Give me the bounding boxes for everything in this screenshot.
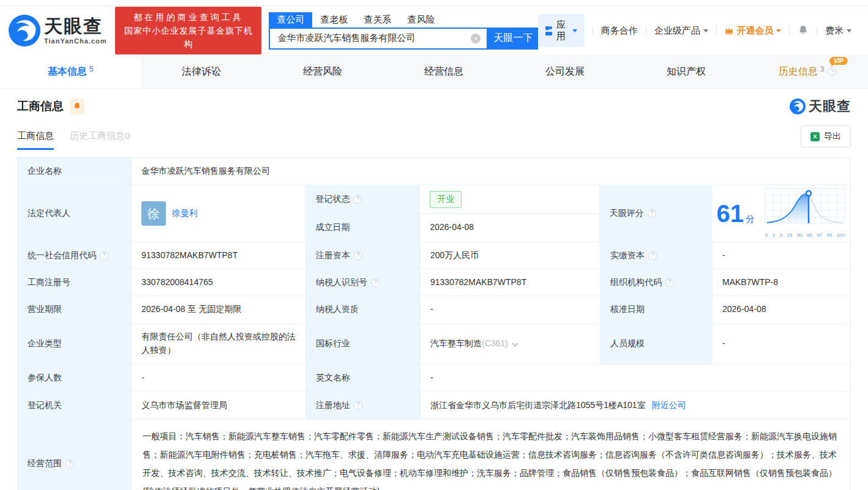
table-subrow: 登记状态 开业 [305, 185, 599, 214]
score-distribution-chart[interactable]: 0 1 3 15 50 85 97 99 100 [765, 188, 845, 239]
reg-address-label-text: 注册地址 [316, 399, 350, 412]
table-row: 企业类型 有限责任公司（非自然人投资或控股的法人独资） 国标行业 汽车整车制造 … [18, 324, 850, 365]
tab-basic-label: 基本信息 [48, 65, 87, 78]
search-tab-relation[interactable]: 查关系 [356, 12, 399, 28]
question-icon[interactable] [100, 251, 108, 260]
tab-legal[interactable]: 法律诉讼 [141, 55, 262, 88]
bell-icon [73, 102, 81, 111]
status-badge: 开业 [430, 191, 462, 208]
company-type-label: 企业类型 [18, 324, 132, 365]
search-input[interactable] [270, 33, 471, 43]
reg-capital-label: 注册资本 [306, 242, 421, 269]
username-label: 费米 [825, 25, 844, 37]
table-row: 参保人数 - 英文名称 - [18, 365, 850, 392]
tab-basic-info[interactable]: 基本信息 5 [0, 55, 141, 88]
org-code-label: 组织机构代码 [600, 269, 713, 296]
section-title: 工商信息 [17, 98, 64, 114]
chevron-down-icon [703, 29, 708, 32]
table-row: 统一社会信用代码 91330782MAKB7WTP8T 注册资本 200万人民币… [18, 242, 850, 269]
tab-ip[interactable]: 知识产权 [626, 55, 747, 88]
question-icon[interactable] [354, 401, 362, 410]
subtab-history-info[interactable]: 历史工商信息0 [70, 130, 130, 150]
tab-development-label: 公司发展 [545, 65, 585, 78]
industry-label: 国标行业 [306, 324, 421, 365]
insured-label: 参保人数 [18, 365, 132, 392]
question-icon[interactable] [353, 195, 362, 204]
question-icon[interactable] [665, 278, 674, 287]
staff-size-label: 人员规模 [600, 324, 713, 365]
tab-operation-label: 经营信息 [424, 65, 463, 78]
score-value-wrap: 61 分 [717, 201, 755, 226]
vip-badge: VIP [829, 57, 848, 65]
subtab-business-info[interactable]: 工商信息 [17, 130, 54, 150]
business-scope-label: 经营范围 [18, 420, 132, 490]
paid-capital-label-text: 实缴资本 [610, 249, 645, 262]
axis-tick: 97 [817, 232, 822, 239]
search-tab-risk[interactable]: 查风险 [399, 12, 443, 28]
section-header: 工商信息 天眼查 [17, 97, 851, 116]
notification-bell[interactable] [798, 25, 809, 36]
table-row: 登记机关 义乌市市场监督管理局 注册地址 浙江省金华市义乌市后宅街道宗泽北路10… [18, 392, 850, 420]
score-cell: 61 分 [712, 185, 851, 242]
question-icon[interactable] [65, 459, 74, 468]
tianyancha-logo[interactable]: 天眼查 TianYanCha.com [9, 15, 107, 46]
vip-label: 开通会员 [736, 25, 773, 37]
nearby-companies-link[interactable]: 附近公司 [652, 399, 686, 412]
tab-operation[interactable]: 经营信息 [383, 55, 504, 88]
question-icon[interactable] [354, 251, 362, 260]
question-icon[interactable] [828, 67, 836, 76]
chevron-down-icon[interactable] [512, 340, 518, 346]
taxpayer-id-value: 91330782MAKB7WTP8T [421, 269, 600, 296]
reg-status-label-text: 登记状态 [315, 193, 350, 206]
tab-history-count: 3 [820, 65, 825, 73]
divider [646, 26, 646, 35]
question-icon[interactable] [371, 278, 380, 287]
table-row: 企业名称 金华市凌跃汽车销售服务有限公司 [18, 158, 850, 185]
score-unit: 分 [746, 212, 755, 226]
tab-risk[interactable]: 经营风险 [262, 55, 383, 88]
legal-rep-link[interactable]: 徐曼利 [172, 207, 198, 220]
top-divider [0, 0, 868, 6]
business-info-table: 企业名称 金华市凌跃汽车销售服务有限公司 法定代表人 徐 徐曼利 登记状态 [17, 157, 851, 490]
menu-enterprise[interactable]: 企业级产品 [654, 25, 708, 37]
apps-menu[interactable]: 应用 [538, 14, 585, 47]
menu-cooperation[interactable]: 商务合作 [601, 25, 638, 37]
reg-authority-label: 登记机关 [18, 392, 132, 420]
taxpayer-id-label: 纳税人识别号 [306, 269, 421, 296]
export-button[interactable]: 导出 [801, 125, 851, 147]
menu-vip[interactable]: 开通会员 [724, 25, 781, 37]
taxpayer-quality-value: - [421, 296, 600, 324]
search-tab-boss[interactable]: 查老板 [312, 12, 356, 28]
tab-development[interactable]: 公司发展 [504, 55, 626, 88]
credit-code-value: 91330782MAKB7WTP8T [132, 242, 306, 269]
paid-capital-label: 实缴资本 [600, 242, 713, 269]
clear-icon[interactable] [471, 34, 481, 43]
business-term-label: 营业期限 [18, 296, 132, 324]
reg-address-value: 浙江省金华市义乌市后宅街道宗泽北路1055号1楼A101室 [430, 399, 646, 412]
org-code-value: MAKB7WTP-8 [713, 269, 850, 296]
table-row: 营业期限 2026-04-08 至 无固定期限 纳税人资质 - 核准日期 202… [18, 296, 850, 324]
search-button[interactable]: 天眼一下 [488, 28, 538, 50]
divider [789, 26, 790, 35]
search-tab-company[interactable]: 查公司 [269, 12, 312, 28]
reg-status-cell: 开业 [420, 185, 599, 214]
axis-tick: 0 [765, 232, 768, 239]
reg-address-cell: 浙江省金华市义乌市后宅街道宗泽北路1055号1楼A101室 附近公司 [421, 392, 850, 420]
avatar[interactable]: 徐 [141, 201, 166, 226]
business-scope-label-text: 经营范围 [28, 457, 62, 470]
tab-history[interactable]: VIP 历史信息 3 [747, 55, 868, 88]
user-menu[interactable]: 费米 [825, 25, 851, 37]
establish-date-label: 成立日期 [305, 214, 420, 243]
apps-label: 应用 [556, 19, 569, 42]
axis-tick: 100 [837, 232, 845, 239]
divider [593, 26, 593, 35]
question-icon[interactable] [648, 209, 656, 218]
reg-number-label: 工商注册号 [18, 269, 132, 296]
credit-code-label: 统一社会信用代码 [18, 242, 132, 269]
question-icon[interactable] [648, 251, 657, 260]
credit-code-label-text: 统一社会信用代码 [28, 249, 96, 262]
search-area: 查公司 查老板 查关系 查风险 天眼一下 [269, 12, 538, 50]
subscribe-bell[interactable] [70, 98, 84, 114]
taxpayer-id-label-text: 纳税人识别号 [316, 276, 367, 289]
tianyancha-logo-icon [9, 15, 40, 46]
